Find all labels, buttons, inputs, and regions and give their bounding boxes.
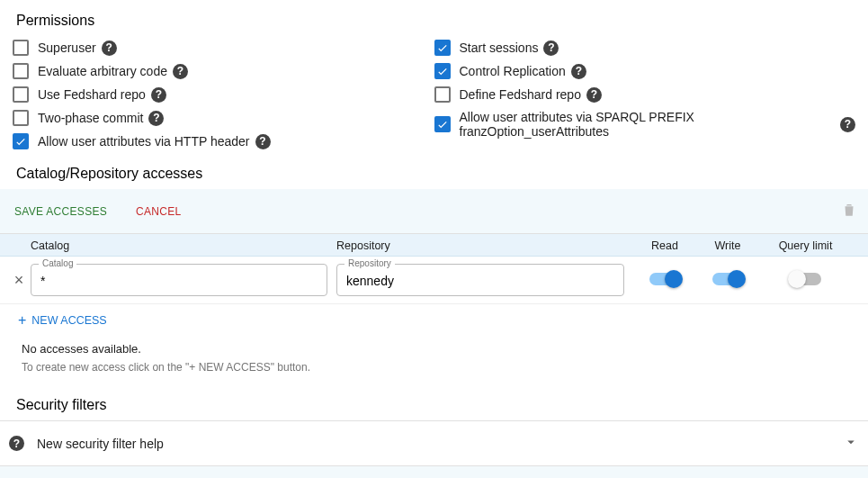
perm-label: Allow user attributes via SPARQL PREFIX … (460, 110, 836, 139)
http-attrs-checkbox[interactable] (13, 133, 29, 149)
col-qlimit-header: Query limit (759, 239, 861, 252)
help-icon[interactable]: ? (151, 87, 166, 103)
help-icon[interactable]: ? (173, 64, 188, 79)
perm-item: Control Replication ? (434, 59, 856, 83)
accesses-actions-bar: Save accesses Cancel (0, 189, 868, 234)
permissions-left-col: Superuser ? Evaluate arbitrary code ? Us… (13, 36, 434, 153)
perm-label: Use Fedshard repo (38, 87, 146, 102)
repository-field[interactable]: Repository (336, 264, 624, 296)
filters-title: Security filters (13, 384, 855, 420)
perm-item: Two-phase commit ? (13, 106, 434, 130)
start-sessions-checkbox[interactable] (434, 40, 451, 56)
permissions-grid: Superuser ? Evaluate arbitrary code ? Us… (13, 36, 855, 153)
perm-label: Superuser (38, 41, 96, 55)
sparql-attrs-checkbox[interactable] (434, 116, 451, 132)
perm-label: Control Replication (460, 64, 566, 78)
perm-label: Start sessions (460, 41, 539, 55)
plus-icon: + (18, 313, 26, 328)
permissions-title: Permissions (13, 0, 855, 36)
cancel-accesses-button[interactable]: Cancel (129, 202, 188, 221)
new-access-label: New access (31, 314, 106, 327)
help-icon: ? (9, 436, 24, 451)
perm-label: Allow user attributes via HTTP header (38, 134, 250, 149)
help-icon[interactable]: ? (840, 117, 855, 132)
repository-input[interactable] (346, 274, 614, 288)
help-icon[interactable]: ? (543, 41, 559, 56)
read-toggle[interactable] (649, 273, 680, 285)
chevron-down-icon[interactable] (843, 434, 859, 453)
two-phase-checkbox[interactable] (13, 110, 29, 126)
control-replication-checkbox[interactable] (434, 63, 451, 79)
perm-item: Allow user attributes via SPARQL PREFIX … (434, 106, 856, 142)
filter-help-text: New security filter help (37, 437, 164, 451)
repo-float-label: Repository (345, 258, 395, 268)
new-access-button[interactable]: + New access (13, 304, 112, 337)
col-write-header: Write (696, 239, 759, 252)
perm-label: Define Fedshard repo (460, 87, 581, 102)
accesses-title: Catalog/Repository accesses (13, 153, 855, 189)
catalog-input[interactable] (40, 274, 318, 288)
help-icon[interactable]: ? (586, 87, 602, 103)
write-toggle[interactable] (712, 273, 743, 285)
perm-label: Two-phase commit (38, 111, 143, 125)
col-catalog-header: Catalog (31, 239, 336, 252)
empty-main-text: No accesses available. (22, 342, 846, 356)
accesses-header-row: Catalog Repository Read Write Query limi… (0, 234, 868, 257)
catalog-field[interactable]: Catalog (31, 264, 327, 296)
eval-code-checkbox[interactable] (13, 63, 29, 79)
perm-item: Evaluate arbitrary code ? (13, 59, 434, 83)
superuser-checkbox[interactable] (13, 40, 29, 56)
perm-item: Start sessions ? (434, 36, 856, 59)
empty-sub-text: To create new access click on the "+ NEW… (22, 361, 846, 374)
qlimit-toggle[interactable] (791, 273, 821, 285)
perm-item: Use Fedshard repo ? (13, 83, 434, 106)
help-icon[interactable]: ? (255, 134, 271, 149)
accesses-empty-note: No accesses available. To create new acc… (13, 337, 855, 384)
perm-item: Define Fedshard repo ? (434, 83, 856, 106)
help-icon[interactable]: ? (102, 41, 117, 56)
remove-row-icon[interactable]: × (14, 272, 24, 288)
permissions-right-col: Start sessions ? Control Replication ? D… (434, 36, 856, 153)
help-icon[interactable]: ? (571, 64, 586, 79)
catalog-float-label: Catalog (39, 258, 76, 268)
perm-label: Evaluate arbitrary code (38, 64, 167, 78)
help-icon[interactable]: ? (148, 111, 164, 126)
save-accesses-button[interactable]: Save accesses (7, 202, 114, 221)
perm-item: Superuser ? (13, 36, 434, 59)
col-repo-header: Repository (336, 239, 633, 252)
col-read-header: Read (633, 239, 696, 252)
use-fedshard-checkbox[interactable] (13, 86, 29, 103)
filters-actions-bar: Save security filters Cancel (0, 466, 868, 478)
define-fedshard-checkbox[interactable] (434, 86, 451, 103)
perm-item: Allow user attributes via HTTP header ? (13, 130, 434, 153)
access-row: × Catalog Repository (0, 257, 868, 304)
trash-icon[interactable] (837, 198, 861, 224)
filter-help-banner[interactable]: ? New security filter help (0, 420, 868, 466)
